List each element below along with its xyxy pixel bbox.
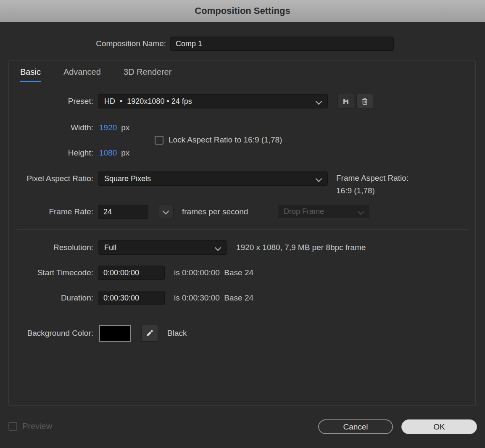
save-preset-button[interactable]	[337, 94, 354, 109]
duration-label: Duration:	[0, 293, 93, 303]
settings-panel	[8, 61, 476, 406]
start-timecode-row: Start Timecode: is 0:00:00:00 Base 24	[0, 265, 477, 280]
drop-frame-dropdown: Drop Frame	[277, 204, 370, 219]
dialog-title: Composition Settings	[195, 5, 290, 16]
duration-info: is 0:00:30:00 Base 24	[174, 293, 253, 303]
background-color-swatch[interactable]	[99, 325, 131, 342]
frame-rate-input[interactable]	[98, 205, 148, 219]
resolution-row: Resolution: Full 1920 x 1080, 7,9 MB per…	[0, 240, 477, 255]
frame-rate-row: Frame Rate: frames per second	[0, 204, 477, 219]
tab-advanced[interactable]: Advanced	[63, 67, 101, 82]
divider	[17, 229, 468, 230]
trash-icon	[361, 98, 369, 105]
dialog-titlebar: Composition Settings	[0, 0, 485, 22]
chevron-down-icon	[316, 98, 322, 105]
divider	[17, 315, 468, 315]
pixel-aspect-value: Square Pixels	[104, 174, 151, 183]
frame-rate-dropdown-button[interactable]	[158, 205, 174, 219]
preset-value: HD • 1920x1080 • 24 fps	[104, 97, 192, 106]
width-label: Width:	[0, 123, 93, 132]
tab-basic[interactable]: Basic	[20, 67, 41, 82]
composition-name-row: Composition Name:	[0, 37, 477, 50]
start-timecode-info: is 0:00:00:00 Base 24	[174, 268, 253, 277]
frame-aspect-label: Frame Aspect Ratio:	[336, 172, 409, 184]
height-label: Height:	[0, 148, 93, 158]
duration-row: Duration: is 0:00:30:00 Base 24	[0, 290, 477, 306]
composition-name-input[interactable]	[170, 37, 394, 51]
pixel-aspect-dropdown[interactable]: Square Pixels	[98, 171, 328, 186]
chevron-down-icon	[358, 208, 364, 215]
width-value[interactable]: 1920	[99, 123, 117, 132]
background-color-label: Background Color:	[0, 329, 93, 338]
resolution-dropdown[interactable]: Full	[98, 240, 227, 255]
chevron-down-icon	[215, 245, 221, 251]
tab-bar: Basic Advanced 3D Renderer	[20, 67, 171, 82]
chevron-down-icon	[163, 208, 169, 214]
chevron-down-icon	[316, 176, 322, 182]
frame-rate-suffix: frames per second	[182, 207, 248, 216]
duration-input[interactable]	[98, 291, 165, 305]
pixel-aspect-label: Pixel Aspect Ratio:	[0, 174, 93, 183]
resolution-info: 1920 x 1080, 7,9 MB per 8bpc frame	[236, 243, 366, 252]
eyedropper-icon	[145, 329, 154, 337]
width-unit: px	[121, 123, 129, 132]
height-row: Height: 1080 px	[0, 146, 477, 160]
preset-dropdown[interactable]: HD • 1920x1080 • 24 fps	[98, 94, 328, 108]
lock-aspect-label: Lock Aspect Ratio to 16:9 (1,78)	[169, 135, 282, 145]
preview-checkbox[interactable]	[8, 422, 17, 431]
start-timecode-label: Start Timecode:	[0, 268, 93, 277]
background-color-row: Background Color: Black	[0, 324, 477, 342]
preset-label: Preset:	[0, 97, 93, 106]
width-row: Width: 1920 px	[0, 121, 477, 134]
preset-row: Preset: HD • 1920x1080 • 24 fps	[0, 94, 477, 109]
frame-aspect-value: 16:9 (1,78)	[336, 184, 409, 197]
preview-toggle: Preview	[8, 422, 52, 431]
height-value[interactable]: 1080	[99, 148, 117, 158]
cancel-button[interactable]: Cancel	[318, 419, 393, 434]
resolution-value: Full	[104, 243, 116, 252]
ok-button[interactable]: OK	[401, 419, 477, 434]
background-color-name: Black	[167, 329, 187, 338]
lock-aspect-row: Lock Aspect Ratio to 16:9 (1,78)	[155, 135, 282, 145]
frame-rate-label: Frame Rate:	[0, 207, 93, 216]
lock-aspect-checkbox[interactable]	[155, 136, 163, 145]
height-unit: px	[121, 148, 129, 158]
save-preset-icon	[342, 98, 350, 105]
eyedropper-button[interactable]	[141, 325, 158, 342]
start-timecode-input[interactable]	[98, 266, 165, 280]
preview-label: Preview	[22, 422, 52, 431]
composition-name-label: Composition Name:	[0, 39, 166, 48]
delete-preset-button[interactable]	[356, 94, 373, 109]
frame-aspect-block: Frame Aspect Ratio: 16:9 (1,78)	[336, 172, 409, 197]
resolution-label: Resolution:	[0, 243, 93, 252]
drop-frame-value: Drop Frame	[284, 207, 324, 216]
tab-3d-renderer[interactable]: 3D Renderer	[124, 67, 172, 82]
